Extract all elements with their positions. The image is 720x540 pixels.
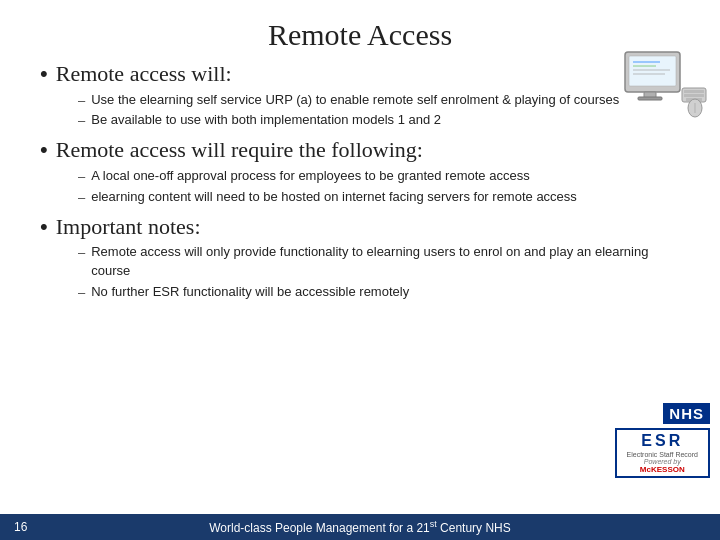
svg-rect-9: [684, 90, 704, 93]
content-area: • Remote access will: – Use the elearnin…: [0, 60, 720, 514]
sub-text-2-2: elearning content will need to be hosted…: [91, 188, 577, 207]
sub-bullet-2-1: – A local one-off approval process for e…: [78, 167, 680, 186]
dash-2-2: –: [78, 190, 85, 205]
bullet-main-1: • Remote access will:: [40, 60, 680, 89]
esr-subtitle-1: Electronic Staff Record: [627, 451, 698, 458]
mckesson-brand: McKESSON: [640, 465, 685, 474]
bullet-dot-3: •: [40, 214, 48, 240]
footer-text-part1: World-class People Management for a 21: [209, 521, 430, 535]
bullet-section-1: • Remote access will: – Use the elearnin…: [40, 60, 680, 130]
slide-title: Remote Access: [0, 0, 720, 60]
bullet-dot-1: •: [40, 61, 48, 87]
sub-bullet-1-1: – Use the elearning self service URP (a)…: [78, 91, 680, 110]
sub-bullets-2: – A local one-off approval process for e…: [40, 167, 680, 207]
svg-rect-1: [629, 56, 676, 86]
nhs-badge: NHS: [663, 403, 710, 424]
dash-1-1: –: [78, 93, 85, 108]
bullet-section-3: • Important notes: – Remote access will …: [40, 213, 680, 302]
svg-rect-10: [684, 94, 704, 97]
bullet-section-2: • Remote access will require the followi…: [40, 136, 680, 206]
sub-text-3-2: No further ESR functionality will be acc…: [91, 283, 409, 302]
bullet-main-text-2: Remote access will require the following…: [56, 136, 423, 165]
sub-bullets-3: – Remote access will only provide functi…: [40, 243, 680, 302]
footer-sup: st: [430, 519, 437, 529]
sub-text-1-1: Use the elearning self service URP (a) t…: [91, 91, 619, 110]
sub-text-2-1: A local one-off approval process for emp…: [91, 167, 529, 186]
bullet-main-3: • Important notes:: [40, 213, 680, 242]
esr-logo-box: ESR Electronic Staff Record Powered by M…: [615, 428, 710, 478]
page-number: 16: [14, 520, 27, 534]
sub-text-1-2: Be available to use with both implementa…: [91, 111, 441, 130]
footer-text: World-class People Management for a 21st…: [209, 519, 511, 535]
sub-bullets-1: – Use the elearning self service URP (a)…: [40, 91, 680, 131]
svg-rect-7: [638, 97, 662, 100]
dash-2-1: –: [78, 169, 85, 184]
bullet-main-2: • Remote access will require the followi…: [40, 136, 680, 165]
logo-area: NHS ESR Electronic Staff Record Powered …: [615, 403, 710, 478]
sub-bullet-3-1: – Remote access will only provide functi…: [78, 243, 680, 281]
mckesson-powered: Powered by: [644, 458, 681, 465]
bullet-dot-2: •: [40, 137, 48, 163]
sub-bullet-1-2: – Be available to use with both implemen…: [78, 111, 680, 130]
esr-label: ESR: [641, 432, 683, 450]
bullet-main-text-3: Important notes:: [56, 213, 201, 242]
slide: Remote Access: [0, 0, 720, 540]
dash-3-1: –: [78, 245, 85, 260]
dash-3-2: –: [78, 285, 85, 300]
sub-bullet-3-2: – No further ESR functionality will be a…: [78, 283, 680, 302]
footer-bar: 16 World-class People Management for a 2…: [0, 514, 720, 540]
footer-text-part2: Century NHS: [437, 521, 511, 535]
bullet-main-text-1: Remote access will:: [56, 60, 232, 89]
computer-illustration: [620, 50, 710, 120]
sub-text-3-1: Remote access will only provide function…: [91, 243, 680, 281]
sub-bullet-2-2: – elearning content will need to be host…: [78, 188, 680, 207]
dash-1-2: –: [78, 113, 85, 128]
